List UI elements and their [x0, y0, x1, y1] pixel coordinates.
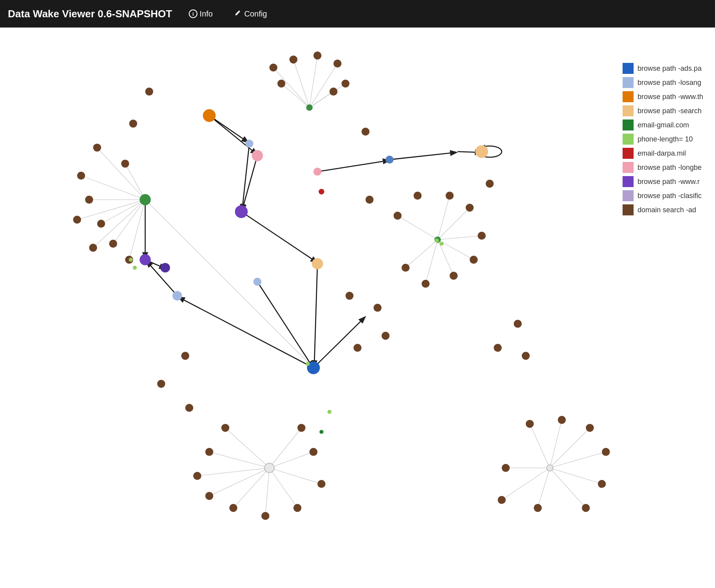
svg-point-136	[172, 291, 182, 300]
svg-point-91	[229, 504, 237, 512]
legend-color-swatch	[623, 190, 634, 201]
legend-item: browse path -www.r	[623, 176, 703, 187]
legend-color-swatch	[623, 176, 634, 187]
pencil-icon	[234, 10, 242, 18]
svg-point-106	[129, 119, 137, 127]
legend-item: browse path -longbe	[623, 162, 703, 173]
svg-point-63	[93, 143, 101, 151]
svg-point-69	[89, 244, 97, 252]
legend-color-swatch	[623, 148, 634, 159]
svg-line-30	[233, 468, 269, 508]
svg-point-126	[547, 465, 553, 471]
svg-line-40	[550, 468, 602, 484]
legend-item: browse path -clasific	[623, 190, 703, 201]
svg-text:i: i	[192, 11, 194, 17]
svg-line-10	[125, 164, 145, 200]
legend-label: email-gmail.com	[638, 121, 689, 129]
svg-line-41	[550, 468, 586, 508]
svg-point-77	[330, 88, 337, 96]
svg-line-24	[405, 240, 437, 268]
svg-point-125	[265, 463, 274, 472]
svg-point-129	[245, 140, 253, 147]
svg-line-14	[310, 64, 337, 108]
svg-point-135	[160, 263, 170, 272]
svg-point-75	[334, 59, 341, 67]
legend-label: phone-length= 10	[638, 135, 693, 143]
svg-point-120	[494, 344, 501, 352]
svg-point-100	[602, 448, 610, 456]
graph-svg	[0, 28, 715, 588]
svg-point-109	[365, 196, 373, 204]
svg-point-82	[470, 256, 477, 264]
svg-point-81	[478, 232, 486, 239]
svg-line-19	[438, 208, 470, 239]
svg-point-146	[435, 239, 439, 243]
legend-color-swatch	[623, 91, 634, 102]
legend-label: browse path -losang	[638, 79, 701, 87]
legend-color-swatch	[623, 63, 634, 74]
svg-line-32	[269, 468, 297, 508]
graph-area[interactable]: browse path -ads.pa browse path -losang …	[0, 28, 715, 588]
legend-color-swatch	[623, 77, 634, 88]
svg-point-85	[402, 264, 409, 272]
svg-line-18	[438, 196, 450, 240]
svg-line-29	[209, 468, 269, 496]
svg-line-60	[257, 282, 313, 367]
info-button[interactable]: i Info	[184, 7, 217, 21]
svg-point-130	[235, 205, 248, 218]
legend-item: browse path -ads.pa	[623, 63, 703, 74]
svg-point-74	[313, 51, 321, 59]
svg-line-33	[269, 468, 321, 484]
legend-label: browse path -clasific	[638, 192, 702, 200]
legend-item: browse path -search	[623, 105, 703, 116]
svg-line-16	[310, 92, 334, 108]
svg-point-128	[252, 150, 263, 162]
legend-label: browse path -www.th	[638, 93, 703, 101]
svg-point-87	[221, 424, 229, 432]
svg-line-49	[242, 143, 249, 210]
svg-point-89	[193, 472, 201, 480]
svg-point-65	[85, 196, 93, 204]
legend-color-swatch	[623, 105, 634, 116]
svg-line-59	[317, 160, 389, 172]
svg-point-102	[582, 504, 590, 512]
svg-line-43	[502, 468, 550, 500]
svg-point-107	[145, 88, 153, 96]
svg-line-2	[97, 148, 145, 200]
svg-point-137	[385, 156, 393, 164]
svg-point-70	[73, 216, 81, 224]
svg-point-110	[414, 192, 422, 200]
svg-point-133	[253, 278, 261, 286]
svg-point-80	[466, 204, 474, 211]
legend-item: phone-length= 10	[623, 134, 703, 145]
svg-line-39	[550, 452, 606, 468]
svg-point-88	[205, 448, 213, 456]
svg-point-92	[262, 512, 269, 520]
svg-point-94	[317, 480, 325, 488]
svg-line-37	[550, 420, 562, 468]
svg-line-23	[426, 240, 438, 284]
svg-point-119	[514, 320, 522, 328]
legend-color-swatch	[623, 134, 634, 145]
svg-line-36	[530, 424, 550, 468]
svg-line-46	[209, 116, 256, 154]
svg-line-56	[313, 317, 365, 368]
svg-point-90	[205, 492, 213, 500]
svg-point-144	[319, 430, 323, 434]
legend-item: email-darpa.mil	[623, 148, 703, 159]
svg-line-58	[389, 153, 456, 160]
svg-line-11	[273, 68, 310, 108]
svg-line-52	[179, 298, 313, 368]
svg-line-45	[145, 200, 313, 368]
svg-point-71	[121, 160, 129, 167]
svg-point-116	[181, 352, 189, 360]
svg-point-73	[289, 55, 297, 63]
svg-point-103	[534, 504, 542, 512]
svg-point-111	[486, 180, 494, 187]
svg-line-51	[314, 264, 317, 366]
svg-point-93	[293, 504, 301, 512]
legend-label: browse path -longbe	[638, 164, 702, 172]
svg-point-108	[361, 128, 369, 136]
svg-point-139	[319, 189, 324, 194]
config-button[interactable]: Config	[229, 7, 272, 21]
